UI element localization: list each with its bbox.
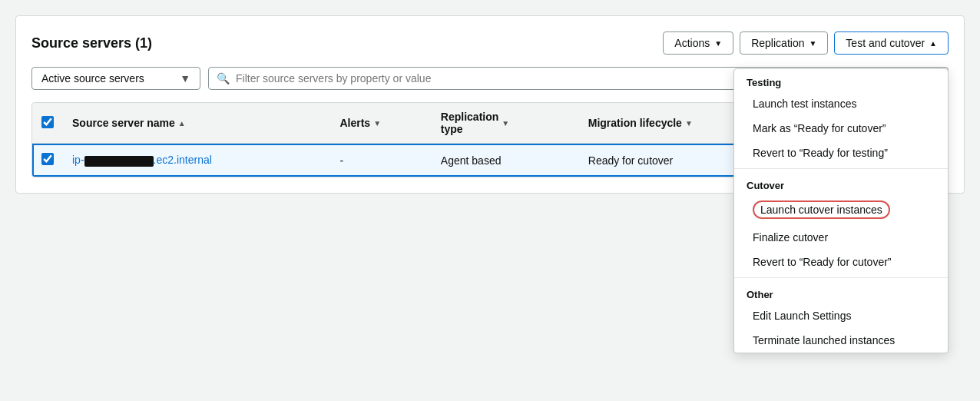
test-and-cutover-button[interactable]: Test and cutover ▲ bbox=[834, 31, 949, 55]
cutover-section-label: Cutover bbox=[734, 172, 948, 194]
col-migration-lifecycle-label: Migration lifecycle bbox=[588, 117, 682, 129]
header-checkbox-cell bbox=[32, 103, 63, 144]
mark-ready-cutover-item[interactable]: Mark as “Ready for cutover” bbox=[734, 116, 948, 141]
select-all-checkbox[interactable] bbox=[41, 116, 54, 128]
test-cutover-arrow-icon: ▲ bbox=[929, 39, 937, 48]
actions-label: Actions bbox=[674, 37, 710, 49]
finalize-cutover-item[interactable]: Finalize cutover bbox=[734, 225, 948, 250]
filter-select[interactable]: Active source servers ▼ bbox=[31, 67, 200, 90]
divider-2 bbox=[734, 277, 948, 278]
server-name-prefix: ip- bbox=[72, 154, 84, 166]
col-replication-type-label: Replicationtype bbox=[441, 111, 498, 135]
replication-type-value: Agent based bbox=[441, 154, 502, 167]
terminate-instances-item[interactable]: Terminate launched instances bbox=[734, 328, 948, 353]
card-title: Source servers (1) bbox=[31, 35, 152, 51]
col-migration-lifecycle-sort-icon: ▼ bbox=[685, 119, 693, 128]
filter-select-arrow-icon: ▼ bbox=[180, 72, 190, 85]
col-alerts-label: Alerts bbox=[339, 117, 370, 129]
row-replication-type: Agent based bbox=[432, 144, 579, 177]
launch-cutover-highlighted-text: Launch cutover instances bbox=[753, 200, 890, 219]
other-section-label: Other bbox=[734, 281, 948, 303]
row-server-name: ip-.ec2.internal bbox=[63, 144, 330, 177]
col-replication-type-sort-icon: ▼ bbox=[502, 119, 509, 128]
search-icon: 🔍 bbox=[217, 72, 230, 85]
col-replication-type: Replicationtype ▼ bbox=[432, 103, 579, 144]
col-server-name-sort-icon: ▲ bbox=[178, 119, 186, 128]
col-alerts-sort-icon: ▼ bbox=[373, 119, 381, 128]
revert-ready-cutover-item[interactable]: Revert to “Ready for cutover” bbox=[734, 250, 948, 274]
server-name-redacted bbox=[84, 156, 154, 167]
edit-launch-settings-item[interactable]: Edit Launch Settings bbox=[734, 303, 948, 328]
card-header: Source servers (1) Actions ▼ Replication… bbox=[31, 31, 949, 55]
col-server-name-label: Source server name bbox=[72, 117, 175, 129]
row-checkbox[interactable] bbox=[41, 153, 54, 165]
server-name-link[interactable]: ip-.ec2.internal bbox=[72, 154, 212, 166]
test-cutover-label: Test and cutover bbox=[846, 37, 925, 49]
col-alerts[interactable]: Alerts ▼ bbox=[330, 103, 431, 144]
actions-button[interactable]: Actions ▼ bbox=[663, 31, 733, 55]
row-checkbox-cell bbox=[32, 144, 63, 177]
launch-test-instances-item[interactable]: Launch test instances bbox=[734, 91, 948, 116]
actions-arrow-icon: ▼ bbox=[714, 39, 722, 48]
col-server-name[interactable]: Source server name ▲ bbox=[63, 103, 330, 144]
row-alerts: - bbox=[330, 144, 431, 177]
filter-select-value: Active source servers bbox=[41, 72, 144, 85]
migration-lifecycle-value: Ready for cutover bbox=[588, 154, 674, 167]
source-servers-card: Source servers (1) Actions ▼ Replication… bbox=[15, 15, 965, 194]
revert-ready-testing-item[interactable]: Revert to “Ready for testing” bbox=[734, 141, 948, 165]
test-cutover-dropdown: Testing Launch test instances Mark as “R… bbox=[733, 68, 949, 353]
header-buttons: Actions ▼ Replication ▼ Test and cutover… bbox=[663, 31, 949, 55]
alerts-value: - bbox=[339, 154, 343, 167]
server-name-suffix: .ec2.internal bbox=[154, 154, 212, 166]
replication-arrow-icon: ▼ bbox=[809, 39, 816, 48]
launch-cutover-instances-item[interactable]: Launch cutover instances bbox=[734, 194, 948, 225]
replication-label: Replication bbox=[751, 37, 804, 49]
replication-button[interactable]: Replication ▼ bbox=[740, 31, 828, 55]
divider-1 bbox=[734, 168, 948, 169]
testing-section-label: Testing bbox=[734, 69, 948, 91]
